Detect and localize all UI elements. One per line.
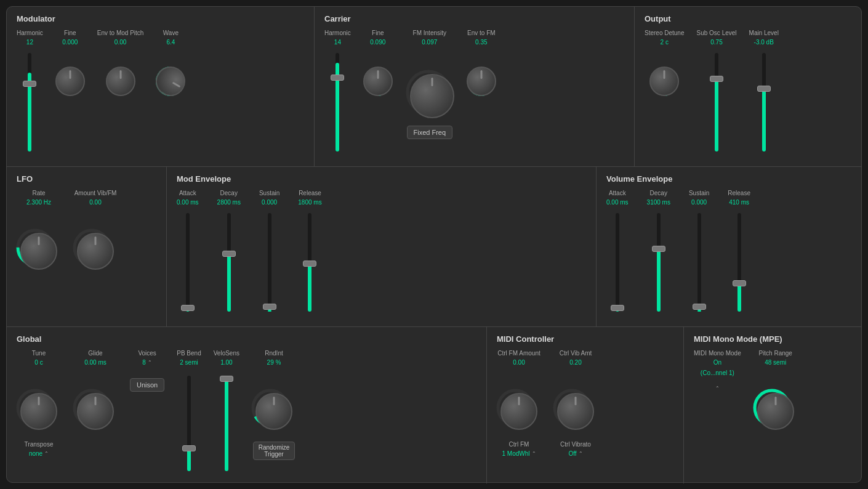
mod-env-release: Release 1800 ms (298, 190, 321, 312)
carrier-controls: Harmonic 14 Fine 0.090 (324, 30, 624, 152)
unison-button[interactable]: Unison (130, 378, 164, 392)
vol-env-decay: Decay 3100 ms (647, 190, 670, 312)
global-glide: Glide 0.00 ms (73, 350, 118, 436)
global-velosens: VeloSens 1.00 (214, 350, 239, 471)
global-voices-value[interactable]: 8 ⌃ (142, 359, 152, 366)
mod-env-controls: Attack 0.00 ms Decay 2800 ms (177, 190, 586, 312)
output-controls: Stereo Detune 2 c Sub Osc (645, 30, 851, 152)
panel-midi-controller: MIDI Controller Ctrl FM Amount 0.00 (487, 327, 684, 483)
voices-arrow: ⌃ (148, 360, 152, 365)
mod-env-decay-thumb[interactable] (222, 251, 236, 257)
synth-container: Modulator Harmonic 12 Fine 0.0 (6, 6, 862, 483)
midi-ctrl-title: MIDI Controller (497, 334, 673, 344)
carrier-fine-knob[interactable] (363, 67, 393, 96)
mod-env-decay: Decay 2800 ms (217, 190, 241, 312)
pb-bend-thumb[interactable] (182, 445, 196, 451)
transpose-arrow: ⌃ (44, 451, 49, 456)
modulator-env-to-mod-pitch: Env to Mod Pitch 0.00 (97, 30, 144, 99)
mod-env-sustain-thumb[interactable] (263, 304, 276, 310)
carrier-envfm-knob[interactable] (467, 67, 496, 96)
output-stereo-detune: Stereo Detune 2 c (645, 30, 685, 99)
carrier-fine: Fine 0.090 (363, 30, 393, 99)
lfo-rate: Rate 2.300 Hz (17, 190, 61, 276)
mod-env-sustain: Sustain 0.000 (259, 190, 279, 312)
midi-ctrl-vibrato-value[interactable]: Off ⌃ (568, 450, 582, 457)
carrier-fm-intensity: FM Intensity 0.097 Fixed Fr (405, 30, 454, 139)
global-controls: Tune 0 c Transpose none (17, 350, 476, 471)
panel-volume-envelope: Volume Envelope Attack 0.00 ms Decay (597, 167, 861, 326)
randomize-trigger-button[interactable]: RandomizeTrigger (253, 442, 295, 460)
modulator-wave-knob[interactable] (156, 67, 185, 96)
midi-ctrl-controls: Ctrl FM Amount 0.00 Ctrl FM 1 ModW (497, 350, 673, 457)
global-voices: Voices 8 ⌃ Unison (130, 350, 164, 392)
panel-carrier: Carrier Harmonic 14 Fine 0.090 (315, 7, 635, 166)
lfo-controls: Rate 2.300 Hz Amount V (17, 190, 156, 276)
global-pb-bend: PB Bend 2 semi (177, 350, 201, 471)
modulator-envpitch-knob[interactable] (106, 67, 135, 96)
fixed-freq-button[interactable]: Fixed Freq (407, 126, 453, 139)
mod-env-attack-thumb[interactable] (181, 305, 195, 311)
midi-mono-arrow[interactable]: ⌃ (715, 386, 720, 391)
panel-midi-mono-mode: MIDI Mono Mode (MPE) MIDI Mono Mode On (… (684, 327, 861, 483)
midi-mono-title: MIDI Mono Mode (MPE) (694, 334, 851, 344)
output-main-level: Main Level -3.0 dB (749, 30, 779, 152)
panel-mod-envelope: Mod Envelope Attack 0.00 ms Decay (167, 167, 597, 326)
modulator-wave: Wave 6.4 (156, 30, 185, 99)
carrier-harmonic: Harmonic 14 (324, 30, 351, 152)
carrier-harmonic-thumb[interactable] (331, 75, 344, 81)
vol-env-attack-thumb[interactable] (611, 305, 624, 311)
carrier-title: Carrier (324, 14, 624, 23)
output-sub-osc-level: Sub Osc Level 0.75 (697, 30, 737, 152)
vol-env-sustain-thumb[interactable] (693, 304, 706, 310)
midi-mono-controls: MIDI Mono Mode On (Co...nnel 1) ⌃ Pitch … (694, 350, 851, 436)
lfo-title: LFO (17, 174, 156, 184)
lfo-amount: Amount Vib/FM 0.00 (73, 190, 118, 276)
global-title: Global (17, 334, 476, 344)
vol-env-title: Volume Envelope (606, 174, 851, 184)
global-tune: Tune 0 c Transpose none (17, 350, 61, 457)
output-title: Output (645, 14, 851, 23)
modulator-harmonic: Harmonic 12 (17, 30, 43, 152)
modulator-controls: Harmonic 12 Fine 0.000 (17, 30, 304, 152)
vol-env-sustain: Sustain 0.000 (689, 190, 709, 312)
sub-osc-thumb[interactable] (710, 76, 723, 82)
vol-env-release-thumb[interactable] (733, 280, 746, 286)
modulator-harmonic-thumb[interactable] (23, 81, 36, 87)
global-transpose-value[interactable]: none ⌃ (29, 450, 49, 457)
panel-modulator: Modulator Harmonic 12 Fine 0.0 (7, 7, 315, 166)
carrier-env-to-fm: Env to FM 0.35 (467, 30, 496, 99)
vol-env-attack: Attack 0.00 ms (606, 190, 629, 312)
row-2: LFO Rate 2.300 Hz (7, 167, 861, 327)
row-3: Global Tune 0 c Transp (7, 327, 861, 483)
global-rndint: RndInt 29 % RandomizeTrigge (252, 350, 296, 460)
midi-ctrl-fm-value[interactable]: 1 ModWhl ⌃ (502, 450, 536, 457)
panel-lfo: LFO Rate 2.300 Hz (7, 167, 167, 326)
row-1: Modulator Harmonic 12 Fine 0.0 (7, 7, 861, 167)
mod-env-title: Mod Envelope (177, 174, 586, 184)
panel-global: Global Tune 0 c Transp (7, 327, 487, 483)
modulator-title: Modulator (17, 14, 304, 23)
mod-env-attack: Attack 0.00 ms (177, 190, 199, 312)
midi-ctrl-vib-amt: Ctrl Vib Amt 0.20 Ctrl Vibrato (553, 350, 598, 457)
modulator-fine: Fine 0.000 (55, 30, 85, 99)
output-stereo-knob[interactable] (649, 67, 679, 96)
ctrl-vibrato-arrow: ⌃ (579, 451, 583, 456)
vol-env-release: Release 410 ms (728, 190, 750, 312)
midi-mono-pitch-range: Pitch Range 48 semi (753, 350, 798, 436)
ctrl-fm-arrow: ⌃ (532, 451, 536, 456)
velosens-thumb[interactable] (220, 376, 233, 382)
vol-env-controls: Attack 0.00 ms Decay 3100 ms (606, 190, 851, 312)
panel-output: Output Stereo Detune 2 c (635, 7, 861, 166)
main-level-thumb[interactable] (757, 86, 771, 92)
modulator-fine-knob[interactable] (55, 67, 85, 96)
midi-ctrl-fm-amount: Ctrl FM Amount 0.00 Ctrl FM 1 ModW (497, 350, 541, 457)
vol-env-decay-thumb[interactable] (652, 246, 665, 252)
mod-env-release-thumb[interactable] (303, 261, 316, 267)
midi-mono-mode-control: MIDI Mono Mode On (Co...nnel 1) ⌃ (694, 350, 741, 392)
